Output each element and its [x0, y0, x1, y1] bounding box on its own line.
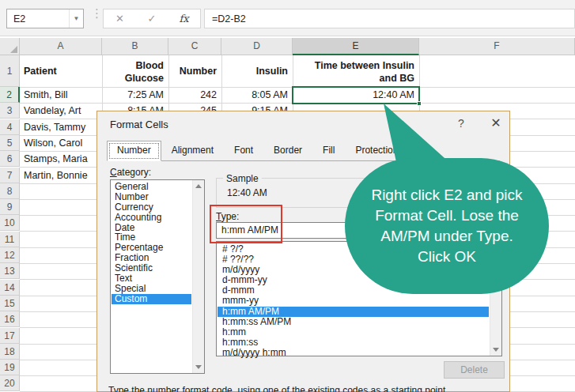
- callout-text-line: Right click E2 and pick: [371, 185, 522, 205]
- category-list[interactable]: GeneralNumberCurrencyAccountingDateTimeP…: [110, 179, 205, 374]
- row-header-20[interactable]: 20: [0, 375, 20, 391]
- separator-dots-icon: ⋮: [91, 10, 97, 16]
- row-header-7[interactable]: 7: [0, 168, 20, 183]
- row-header-3[interactable]: 3: [0, 103, 20, 119]
- cell-A5[interactable]: Wilson, Carol: [20, 135, 102, 151]
- callout-bubble: Right click E2 and pickFormat Cell. Lose…: [345, 158, 549, 294]
- callout-text-line: AM/PM under Type.: [371, 226, 522, 247]
- row-header-17[interactable]: 17: [0, 328, 20, 344]
- scroll-up-icon[interactable]: [195, 184, 202, 188]
- type-option[interactable]: h:mm:ss: [218, 337, 489, 348]
- row-header-13[interactable]: 13: [0, 263, 20, 279]
- row-header-15[interactable]: 15: [0, 296, 20, 311]
- select-all-triangle-icon: [10, 46, 17, 53]
- formula-buttons: ✕ ✓ fx: [103, 9, 201, 28]
- scroll-down-icon[interactable]: [493, 348, 499, 352]
- formula-bar: E2 ▼ ⋮ ✕ ✓ fx =D2-B2: [0, 0, 575, 36]
- row-header-16[interactable]: 16: [0, 311, 20, 327]
- cancel-icon[interactable]: ✕: [108, 13, 131, 24]
- row-header-2[interactable]: 2: [0, 87, 20, 103]
- sample-value: 12:40 AM: [227, 187, 267, 198]
- cell-C1[interactable]: Number: [168, 55, 221, 87]
- row-header-9[interactable]: 9: [0, 199, 20, 215]
- column-header-E[interactable]: E: [293, 38, 419, 55]
- callout-text-line: Format Cell. Lose the: [371, 205, 522, 226]
- column-header-B[interactable]: B: [102, 38, 168, 55]
- tab-fill[interactable]: Fill: [312, 141, 345, 160]
- dialog-title: Format Cells: [110, 119, 168, 130]
- type-option[interactable]: h:mm: [218, 327, 489, 337]
- name-box-value: E2: [7, 13, 69, 24]
- type-option[interactable]: h:mm AM/PM: [218, 307, 489, 317]
- tab-font[interactable]: Font: [224, 141, 263, 160]
- type-option[interactable]: mmm-yy: [218, 296, 489, 306]
- category-list-scrollbar[interactable]: [192, 180, 204, 373]
- row-header-18[interactable]: 18: [0, 344, 20, 360]
- cell-A2[interactable]: Smith, Bill: [20, 87, 102, 103]
- tab-alignment[interactable]: Alignment: [161, 141, 224, 160]
- category-item-general[interactable]: General: [112, 182, 191, 192]
- column-header-F[interactable]: F: [419, 38, 575, 55]
- cell-C2[interactable]: 242: [168, 87, 221, 103]
- row-header-11[interactable]: 11: [0, 232, 20, 247]
- cell-A1[interactable]: Patient: [20, 55, 102, 87]
- dialog-footer-text: Type the number format code, using one o…: [108, 385, 496, 392]
- category-item-text[interactable]: Text: [112, 273, 191, 284]
- delete-button[interactable]: Delete: [444, 361, 505, 379]
- enter-icon[interactable]: ✓: [140, 13, 164, 24]
- sample-label: Sample: [223, 173, 262, 184]
- category-item-number[interactable]: Number: [112, 192, 191, 202]
- name-box-dropdown-icon[interactable]: ▼: [69, 9, 83, 28]
- row-header-4[interactable]: 4: [0, 119, 20, 135]
- type-option[interactable]: h:mm:ss AM/PM: [218, 317, 489, 327]
- column-header-D[interactable]: D: [221, 38, 293, 55]
- cell-A6[interactable]: Stamps, Maria: [20, 151, 102, 167]
- row-header-8[interactable]: 8: [0, 183, 20, 199]
- cell-D1[interactable]: Insulin: [221, 55, 293, 87]
- scroll-down-icon[interactable]: [195, 365, 202, 369]
- row-header-12[interactable]: 12: [0, 247, 20, 263]
- cell-A4[interactable]: Davis, Tammy: [20, 119, 102, 135]
- red-highlight-box: [210, 205, 282, 243]
- close-icon[interactable]: ✕: [486, 115, 505, 133]
- tab-number[interactable]: Number: [107, 141, 161, 161]
- select-all-button[interactable]: [0, 38, 20, 55]
- cell-A7[interactable]: Martin, Bonnie: [20, 168, 102, 183]
- column-header-C[interactable]: C: [168, 38, 221, 55]
- row-header-6[interactable]: 6: [0, 151, 20, 167]
- row-header-10[interactable]: 10: [0, 215, 20, 231]
- category-item-accounting[interactable]: Accounting: [112, 213, 191, 223]
- name-box[interactable]: E2 ▼: [6, 9, 84, 28]
- cell-E1[interactable]: Time between Insulin and BG: [293, 55, 419, 87]
- column-header-A[interactable]: A: [20, 38, 102, 55]
- row-header-5[interactable]: 5: [0, 135, 20, 151]
- category-item-special[interactable]: Special: [112, 284, 191, 294]
- formula-input[interactable]: =D2-B2: [204, 9, 575, 28]
- insert-function-icon[interactable]: fx: [172, 13, 196, 24]
- type-option[interactable]: m/d/yyyy h:mm: [218, 348, 489, 358]
- category-item-custom[interactable]: Custom: [112, 294, 191, 304]
- cell-B1[interactable]: Blood Glucose: [102, 55, 168, 87]
- category-item-currency[interactable]: Currency: [112, 202, 191, 213]
- category-label: Category:: [110, 167, 151, 178]
- cell-D2[interactable]: 8:05 AM: [221, 87, 293, 103]
- callout-text-line: Click OK: [371, 247, 522, 267]
- tab-border[interactable]: Border: [263, 141, 312, 160]
- row-header-1[interactable]: 1: [0, 55, 20, 87]
- cell-A3[interactable]: Vandelay, Art: [20, 103, 102, 119]
- cell-B2[interactable]: 7:25 AM: [102, 87, 168, 103]
- row-header-14[interactable]: 14: [0, 280, 20, 296]
- row-header-19[interactable]: 19: [0, 360, 20, 375]
